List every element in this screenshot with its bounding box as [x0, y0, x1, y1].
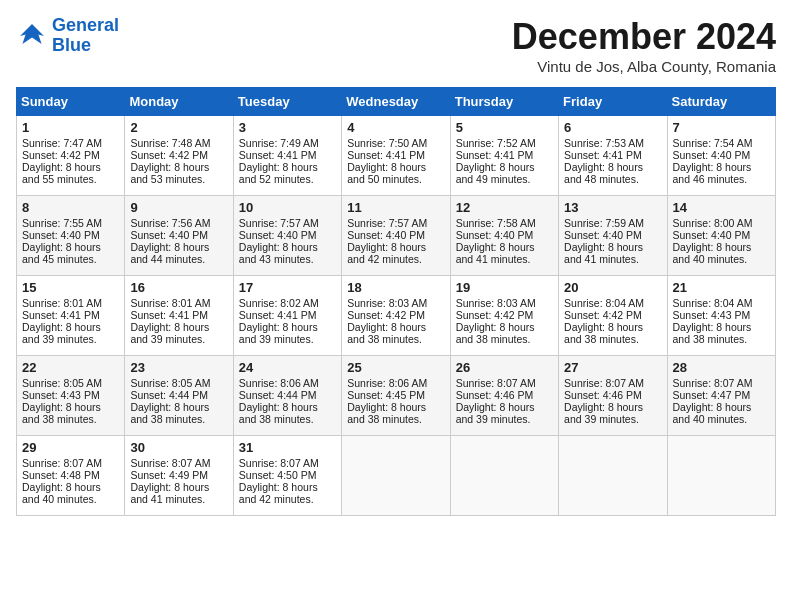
sunset: Sunset: 4:41 PM — [130, 309, 208, 321]
sunrise: Sunrise: 7:56 AM — [130, 217, 210, 229]
daylight-label: Daylight: 8 hours and 38 minutes. — [130, 401, 209, 425]
daylight-label: Daylight: 8 hours and 52 minutes. — [239, 161, 318, 185]
sunrise: Sunrise: 8:07 AM — [130, 457, 210, 469]
sunrise: Sunrise: 8:05 AM — [22, 377, 102, 389]
sunrise: Sunrise: 7:57 AM — [239, 217, 319, 229]
table-row — [450, 436, 558, 516]
daylight-label: Daylight: 8 hours and 55 minutes. — [22, 161, 101, 185]
daylight-label: Daylight: 8 hours and 45 minutes. — [22, 241, 101, 265]
table-row — [667, 436, 775, 516]
day-number: 27 — [564, 360, 661, 375]
sunrise: Sunrise: 8:01 AM — [22, 297, 102, 309]
daylight-label: Daylight: 8 hours and 50 minutes. — [347, 161, 426, 185]
sunrise: Sunrise: 8:07 AM — [564, 377, 644, 389]
sunset: Sunset: 4:42 PM — [564, 309, 642, 321]
col-wednesday: Wednesday — [342, 88, 450, 116]
sunrise: Sunrise: 8:06 AM — [347, 377, 427, 389]
sunset: Sunset: 4:45 PM — [347, 389, 425, 401]
day-number: 29 — [22, 440, 119, 455]
day-number: 18 — [347, 280, 444, 295]
table-row: 1Sunrise: 7:47 AMSunset: 4:42 PMDaylight… — [17, 116, 125, 196]
col-sunday: Sunday — [17, 88, 125, 116]
sunrise: Sunrise: 8:01 AM — [130, 297, 210, 309]
table-row: 9Sunrise: 7:56 AMSunset: 4:40 PMDaylight… — [125, 196, 233, 276]
day-number: 16 — [130, 280, 227, 295]
page-header: General Blue December 2024 Vintu de Jos,… — [16, 16, 776, 75]
daylight-label: Daylight: 8 hours and 39 minutes. — [239, 321, 318, 345]
title-block: December 2024 Vintu de Jos, Alba County,… — [512, 16, 776, 75]
table-row: 25Sunrise: 8:06 AMSunset: 4:45 PMDayligh… — [342, 356, 450, 436]
table-row: 10Sunrise: 7:57 AMSunset: 4:40 PMDayligh… — [233, 196, 341, 276]
sunrise: Sunrise: 7:48 AM — [130, 137, 210, 149]
table-row: 29Sunrise: 8:07 AMSunset: 4:48 PMDayligh… — [17, 436, 125, 516]
sunset: Sunset: 4:43 PM — [22, 389, 100, 401]
sunset: Sunset: 4:41 PM — [239, 149, 317, 161]
sunset: Sunset: 4:44 PM — [239, 389, 317, 401]
table-row: 18Sunrise: 8:03 AMSunset: 4:42 PMDayligh… — [342, 276, 450, 356]
table-row: 23Sunrise: 8:05 AMSunset: 4:44 PMDayligh… — [125, 356, 233, 436]
sunrise: Sunrise: 8:02 AM — [239, 297, 319, 309]
daylight-label: Daylight: 8 hours and 43 minutes. — [239, 241, 318, 265]
day-number: 31 — [239, 440, 336, 455]
day-number: 5 — [456, 120, 553, 135]
logo: General Blue — [16, 16, 119, 56]
table-row: 5Sunrise: 7:52 AMSunset: 4:41 PMDaylight… — [450, 116, 558, 196]
table-row: 20Sunrise: 8:04 AMSunset: 4:42 PMDayligh… — [559, 276, 667, 356]
daylight-label: Daylight: 8 hours and 38 minutes. — [564, 321, 643, 345]
sunrise: Sunrise: 8:00 AM — [673, 217, 753, 229]
day-number: 30 — [130, 440, 227, 455]
calendar-table: Sunday Monday Tuesday Wednesday Thursday… — [16, 87, 776, 516]
sunset: Sunset: 4:40 PM — [673, 229, 751, 241]
table-row: 16Sunrise: 8:01 AMSunset: 4:41 PMDayligh… — [125, 276, 233, 356]
day-number: 21 — [673, 280, 770, 295]
daylight-label: Daylight: 8 hours and 39 minutes. — [130, 321, 209, 345]
daylight-label: Daylight: 8 hours and 40 minutes. — [673, 241, 752, 265]
sunset: Sunset: 4:41 PM — [22, 309, 100, 321]
sunrise: Sunrise: 7:55 AM — [22, 217, 102, 229]
daylight-label: Daylight: 8 hours and 40 minutes. — [22, 481, 101, 505]
daylight-label: Daylight: 8 hours and 41 minutes. — [130, 481, 209, 505]
table-row: 7Sunrise: 7:54 AMSunset: 4:40 PMDaylight… — [667, 116, 775, 196]
daylight-label: Daylight: 8 hours and 39 minutes. — [564, 401, 643, 425]
sunrise: Sunrise: 8:07 AM — [239, 457, 319, 469]
sunrise: Sunrise: 8:06 AM — [239, 377, 319, 389]
table-row: 13Sunrise: 7:59 AMSunset: 4:40 PMDayligh… — [559, 196, 667, 276]
day-number: 2 — [130, 120, 227, 135]
table-row: 19Sunrise: 8:03 AMSunset: 4:42 PMDayligh… — [450, 276, 558, 356]
day-number: 6 — [564, 120, 661, 135]
sunset: Sunset: 4:50 PM — [239, 469, 317, 481]
table-row: 11Sunrise: 7:57 AMSunset: 4:40 PMDayligh… — [342, 196, 450, 276]
day-number: 26 — [456, 360, 553, 375]
svg-marker-0 — [20, 24, 44, 44]
daylight-label: Daylight: 8 hours and 38 minutes. — [347, 321, 426, 345]
sunset: Sunset: 4:44 PM — [130, 389, 208, 401]
daylight-label: Daylight: 8 hours and 53 minutes. — [130, 161, 209, 185]
sunset: Sunset: 4:42 PM — [22, 149, 100, 161]
daylight-label: Daylight: 8 hours and 38 minutes. — [347, 401, 426, 425]
sunrise: Sunrise: 7:53 AM — [564, 137, 644, 149]
daylight-label: Daylight: 8 hours and 44 minutes. — [130, 241, 209, 265]
sunrise: Sunrise: 8:03 AM — [456, 297, 536, 309]
sunrise: Sunrise: 8:07 AM — [673, 377, 753, 389]
table-row: 2Sunrise: 7:48 AMSunset: 4:42 PMDaylight… — [125, 116, 233, 196]
day-number: 13 — [564, 200, 661, 215]
sunset: Sunset: 4:41 PM — [239, 309, 317, 321]
day-number: 24 — [239, 360, 336, 375]
sunrise: Sunrise: 7:47 AM — [22, 137, 102, 149]
day-number: 19 — [456, 280, 553, 295]
sunrise: Sunrise: 8:04 AM — [673, 297, 753, 309]
table-row — [559, 436, 667, 516]
calendar-week-row: 22Sunrise: 8:05 AMSunset: 4:43 PMDayligh… — [17, 356, 776, 436]
day-number: 3 — [239, 120, 336, 135]
sunrise: Sunrise: 7:49 AM — [239, 137, 319, 149]
sunrise: Sunrise: 8:05 AM — [130, 377, 210, 389]
table-row: 24Sunrise: 8:06 AMSunset: 4:44 PMDayligh… — [233, 356, 341, 436]
sunset: Sunset: 4:41 PM — [347, 149, 425, 161]
sunset: Sunset: 4:42 PM — [130, 149, 208, 161]
day-number: 15 — [22, 280, 119, 295]
sunset: Sunset: 4:46 PM — [456, 389, 534, 401]
col-thursday: Thursday — [450, 88, 558, 116]
daylight-label: Daylight: 8 hours and 49 minutes. — [456, 161, 535, 185]
day-number: 23 — [130, 360, 227, 375]
calendar-week-row: 29Sunrise: 8:07 AMSunset: 4:48 PMDayligh… — [17, 436, 776, 516]
